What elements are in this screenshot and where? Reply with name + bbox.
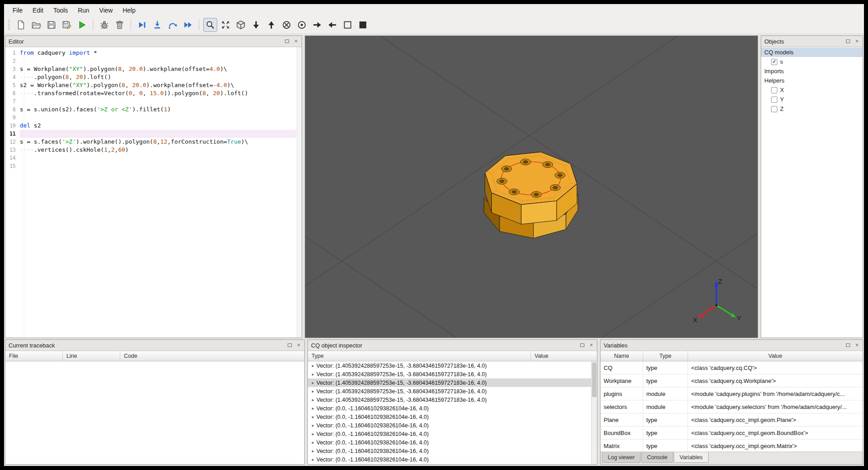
fit-all-button[interactable] [219, 18, 232, 32]
code-line-11[interactable]: 11 [5, 130, 302, 138]
expander-icon[interactable]: ▸ [310, 448, 316, 453]
inspector-row[interactable]: ▸Vector: (0.0, -1.1604610293826104e-16, … [308, 438, 591, 447]
code-line-14[interactable]: 14 [5, 154, 302, 162]
inspector-row[interactable]: ▸Vector: (0.0, -1.1604610293826104e-16, … [308, 455, 591, 464]
code-editor[interactable]: 1from cadquery import *23s = Workplane("… [5, 47, 302, 338]
top-view-button[interactable] [249, 18, 263, 32]
code-line-15[interactable]: 15 [5, 162, 302, 170]
inspector-row[interactable]: ▸Vector: (1.4053924288597253e-15, -3.680… [308, 361, 591, 370]
editor-scrollbar[interactable] [297, 47, 302, 338]
column-header-line[interactable]: Line [63, 351, 120, 361]
expander-icon[interactable]: ▸ [310, 423, 316, 428]
column-header-type[interactable]: Type [643, 351, 688, 361]
tree-item-x[interactable]: X [761, 85, 863, 95]
inspector-row[interactable]: ▸Vector: (1.4053924288597253e-15, -3.680… [308, 370, 591, 378]
inspector-row[interactable]: ▸Vector: (1.4053924288597253e-15, -3.680… [308, 387, 591, 395]
code-line-3[interactable]: 3s = Workplane("XY").polygon(8, 20.0).wo… [5, 65, 302, 73]
variable-row[interactable]: pluginsmodule<module 'cadquery.plugins' … [601, 387, 863, 400]
inspector-row[interactable]: ▸Vector: (1.4053924288597253e-15, -3.680… [308, 378, 591, 387]
variable-row[interactable]: BoundBoxtype<class 'cadquery.occ_impl.ge… [601, 426, 863, 439]
run-button[interactable] [75, 18, 89, 32]
checkbox-x[interactable] [771, 87, 777, 93]
tab-log-viewer[interactable]: Log viewer [602, 452, 640, 463]
column-header-value[interactable]: Value [688, 351, 863, 361]
expander-icon[interactable]: ▸ [310, 397, 316, 402]
tree-item-y[interactable]: Y [761, 95, 863, 104]
float-panel-button[interactable] [286, 342, 294, 349]
scrollbar-thumb[interactable] [592, 362, 596, 397]
inspector-scrollbar[interactable] [591, 361, 597, 464]
expander-icon[interactable]: ▸ [310, 372, 316, 377]
wireframe-button[interactable] [341, 18, 355, 32]
expander-icon[interactable]: ▸ [310, 406, 316, 411]
menu-item-run[interactable]: Run [73, 5, 94, 16]
checkbox-y[interactable] [771, 97, 777, 103]
left-view-button[interactable] [310, 18, 324, 32]
code-line-10[interactable]: 10del s2 [5, 122, 302, 130]
float-panel-button[interactable] [844, 38, 852, 45]
zoom-button[interactable] [203, 18, 217, 32]
column-header-value[interactable]: Value [531, 351, 597, 361]
code-line-6[interactable]: 6····.transformed(rotate=Vector(0, 0, 15… [5, 89, 302, 97]
inspector-row[interactable]: ▸Vector: (0.0, -1.1604610293826104e-16, … [308, 413, 591, 421]
expander-icon[interactable]: ▸ [310, 380, 316, 385]
iso-view-button[interactable] [234, 18, 248, 32]
column-header-code[interactable]: Code [120, 351, 304, 361]
menu-item-file[interactable]: File [8, 5, 28, 16]
tree-item-imports[interactable]: Imports [761, 66, 863, 76]
close-panel-button[interactable]: × [853, 38, 861, 45]
tree-item-helpers[interactable]: Helpers [761, 76, 863, 85]
save-as-button[interactable] [60, 18, 74, 32]
menu-item-help[interactable]: Help [118, 5, 140, 16]
menu-item-view[interactable]: View [94, 5, 118, 16]
back-view-button[interactable] [295, 18, 309, 32]
tree-item-s[interactable]: ✓s [761, 57, 863, 66]
checkbox-z[interactable] [771, 106, 777, 112]
expander-icon[interactable]: ▸ [310, 414, 316, 419]
menu-item-tools[interactable]: Tools [48, 5, 73, 16]
expander-icon[interactable]: ▸ [310, 389, 316, 394]
open-file-button[interactable] [29, 18, 43, 32]
save-button[interactable] [44, 18, 58, 32]
column-header-type[interactable]: Type [308, 351, 531, 361]
code-line-1[interactable]: 1from cadquery import * [5, 49, 302, 57]
cad-model[interactable] [484, 152, 578, 238]
code-line-5[interactable]: 5s2 = Workplane("XY").polygon(8, 20.0).w… [5, 81, 302, 89]
float-panel-button[interactable] [283, 38, 291, 45]
column-header-name[interactable]: Name [601, 351, 643, 361]
tab-console[interactable]: Console [641, 452, 673, 463]
delete-button[interactable] [113, 18, 127, 32]
code-line-13[interactable]: 13····.vertices().cskHole(1,2,60) [5, 146, 302, 154]
code-line-7[interactable]: 7 [5, 97, 302, 105]
variable-row[interactable]: Workplanetype<class 'cadquery.cq.Workpla… [601, 374, 863, 387]
tree-item-cq-models[interactable]: CQ models [761, 48, 863, 57]
variable-row[interactable]: selectorsmodule<module 'cadquery.selecto… [601, 400, 863, 413]
front-view-button[interactable] [280, 18, 294, 32]
checkbox-s[interactable]: ✓ [771, 59, 777, 65]
menu-item-edit[interactable]: Edit [28, 5, 48, 16]
close-panel-button[interactable]: × [853, 342, 861, 349]
code-line-2[interactable]: 2 [5, 57, 302, 65]
variable-row[interactable]: CQtype<class 'cadquery.cq.CQ'> [601, 361, 863, 374]
viewport-3d[interactable]: Z X Y [305, 35, 758, 338]
bottom-view-button[interactable] [264, 18, 278, 32]
code-line-9[interactable]: 9 [5, 114, 302, 122]
float-panel-button[interactable] [579, 342, 586, 349]
inspector-row[interactable]: ▸Vector: (0.0, -1.1604610293826104e-16, … [308, 430, 591, 438]
variable-row[interactable]: Matrixtype<class 'cadquery.occ_impl.geom… [601, 439, 863, 452]
step-button[interactable] [135, 18, 149, 32]
right-view-button[interactable] [325, 18, 339, 32]
close-panel-button[interactable]: × [292, 38, 300, 45]
inspector-row[interactable]: ▸Vector: (0.0, -1.1604610293826104e-16, … [308, 447, 591, 455]
toolbar-drag-handle[interactable] [8, 19, 10, 30]
variable-row[interactable]: Planetype<class 'cadquery.occ_impl.geom.… [601, 413, 863, 426]
close-panel-button[interactable]: × [295, 342, 302, 349]
float-panel-button[interactable] [844, 342, 852, 349]
expander-icon[interactable]: ▸ [310, 363, 316, 368]
continue-button[interactable] [181, 18, 195, 32]
shaded-button[interactable] [356, 18, 370, 32]
code-line-4[interactable]: 4····.polygon(8, 20).loft() [5, 73, 302, 81]
code-line-12[interactable]: 12s = s.faces('>Z').workplane().polygon(… [5, 138, 302, 146]
inspector-row[interactable]: ▸Vector: (1.4053924288597253e-15, -3.680… [308, 395, 591, 404]
close-panel-button[interactable]: × [587, 342, 595, 349]
